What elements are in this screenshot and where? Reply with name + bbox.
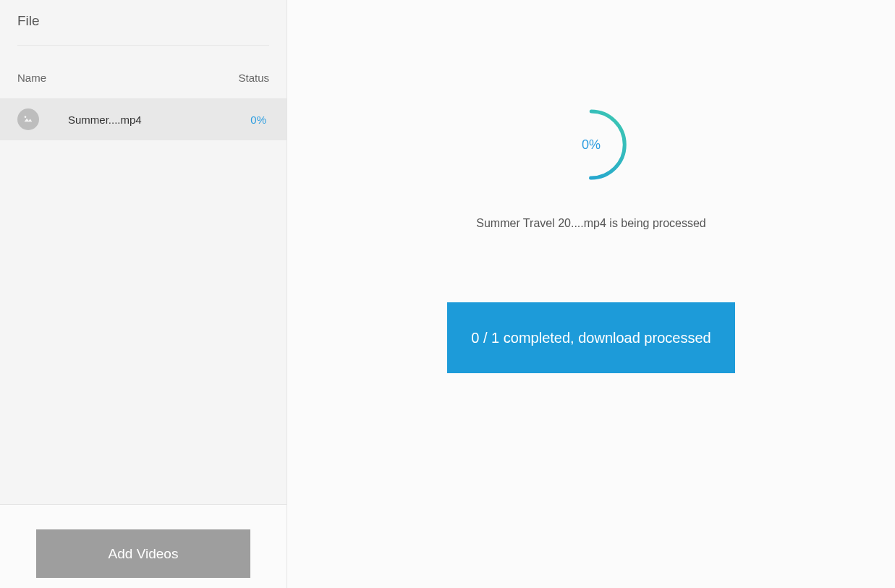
list-header: Name Status — [0, 46, 287, 98]
file-name: Summer....mp4 — [68, 114, 250, 126]
progress-percent: 0% — [582, 137, 601, 153]
progress-ring: 0% — [553, 107, 629, 182]
sidebar-header: File — [0, 0, 287, 45]
sidebar: File Name Status Summer....mp4 0% Add Vi… — [0, 0, 287, 588]
file-status: 0% — [250, 114, 269, 126]
sidebar-spacer — [0, 140, 287, 504]
column-header-status: Status — [238, 72, 269, 84]
file-row[interactable]: Summer....mp4 0% — [0, 98, 287, 140]
progress-section: 0% Summer Travel 20....mp4 is being proc… — [476, 107, 705, 230]
add-videos-button[interactable]: Add Videos — [36, 529, 250, 578]
processing-text: Summer Travel 20....mp4 is being process… — [476, 217, 705, 230]
main-panel: 0% Summer Travel 20....mp4 is being proc… — [287, 0, 895, 588]
image-file-icon — [17, 108, 39, 130]
sidebar-footer: Add Videos — [0, 504, 287, 588]
file-title: File — [17, 13, 269, 29]
svg-point-0 — [25, 116, 27, 118]
download-button[interactable]: 0 / 1 completed, download processed — [447, 302, 735, 373]
column-header-name: Name — [17, 72, 46, 84]
